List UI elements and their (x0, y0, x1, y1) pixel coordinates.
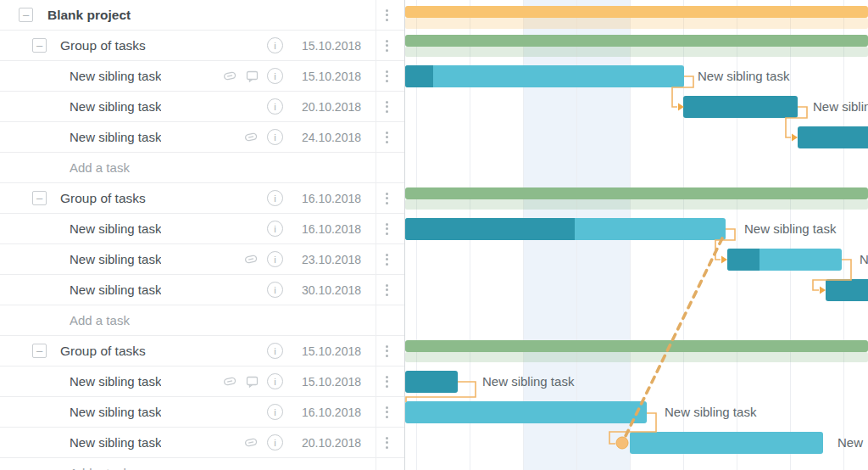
row-icons: i (202, 190, 283, 206)
info-icon[interactable]: i (267, 68, 283, 84)
row-icons: i (202, 221, 283, 237)
collapse-toggle-icon[interactable]: – (19, 8, 33, 22)
paperclip-icon[interactable] (244, 438, 259, 447)
task-row[interactable]: New sibling taski23.10.2018 (0, 244, 404, 275)
row-date: 24.10.2018 (287, 131, 361, 144)
paperclip-icon[interactable] (223, 71, 237, 81)
row-date: 16.10.2018 (287, 222, 361, 236)
task-bar-label: New sibling task (860, 252, 868, 267)
add-task-label[interactable]: Add a task (70, 313, 130, 327)
info-icon[interactable]: i (267, 373, 283, 389)
row-menu-icon[interactable] (386, 40, 388, 52)
row-menu-icon[interactable] (386, 223, 388, 235)
row-title: New sibling task (70, 99, 161, 114)
row-icons: i (202, 282, 283, 298)
row-title: New sibling task (70, 130, 161, 144)
collapse-toggle-icon[interactable]: – (32, 191, 47, 205)
row-menu-icon[interactable] (386, 70, 388, 82)
row-date: 20.10.2018 (287, 100, 361, 114)
row-menu-icon[interactable] (386, 131, 388, 143)
info-icon[interactable]: i (267, 282, 283, 298)
row-date: 16.10.2018 (287, 406, 361, 419)
row-icons: i (202, 37, 283, 53)
task-bar-label: New sibling task (813, 99, 868, 115)
row-menu-icon[interactable] (386, 284, 388, 296)
task-bar-label: New sibling task (698, 69, 789, 84)
add-task-label[interactable]: Add a task (70, 466, 130, 470)
group-row[interactable]: –Group of tasksi15.10.2018 (0, 336, 404, 366)
info-icon[interactable]: i (267, 251, 283, 267)
row-date: 15.10.2018 (287, 39, 361, 53)
row-title: New sibling task (70, 221, 161, 236)
info-icon[interactable]: i (267, 404, 283, 420)
task-bar-label: New sibling task (665, 405, 756, 420)
row-date: 15.10.2018 (287, 375, 361, 389)
task-row[interactable]: New sibling taski20.10.2018 (0, 92, 404, 122)
add-task-label[interactable]: Add a task (70, 160, 130, 175)
collapse-toggle-icon[interactable]: – (32, 344, 47, 358)
row-date: 23.10.2018 (287, 253, 361, 266)
comment-icon[interactable] (246, 376, 259, 388)
task-list-rows: –Blank project–Group of tasksi15.10.2018… (0, 0, 404, 470)
group-row[interactable]: –Group of tasksi15.10.2018 (0, 31, 404, 61)
row-title: Group of tasks (60, 191, 146, 206)
info-icon[interactable]: i (267, 98, 283, 115)
row-menu-icon[interactable] (386, 345, 388, 357)
info-icon[interactable]: i (267, 221, 283, 237)
gantt-app-window: –Blank project–Group of tasksi15.10.2018… (0, 0, 868, 470)
collapse-toggle-icon[interactable]: – (32, 38, 47, 53)
task-bar-label: New sibling task (482, 374, 574, 389)
add-task-row[interactable]: Add a task (0, 458, 404, 470)
row-title: Group of tasks (60, 344, 146, 359)
row-title: New sibling task (70, 283, 161, 297)
add-task-row[interactable]: Add a task (0, 153, 404, 183)
info-icon[interactable]: i (267, 190, 283, 206)
project-row[interactable]: –Blank project (0, 0, 404, 31)
row-title: New sibling task (70, 374, 161, 389)
task-row[interactable]: New sibling taski16.10.2018 (0, 397, 404, 428)
row-title: New sibling task (70, 252, 161, 266)
row-date: 15.10.2018 (287, 344, 361, 358)
paperclip-icon[interactable] (223, 377, 237, 386)
info-icon[interactable]: i (267, 37, 283, 53)
row-menu-icon[interactable] (386, 254, 388, 266)
task-row[interactable]: New sibling taski16.10.2018 (0, 214, 404, 244)
row-title: New sibling task (70, 435, 161, 450)
row-icons: i (202, 434, 283, 450)
info-icon[interactable]: i (267, 129, 283, 145)
row-title: New sibling task (70, 69, 161, 83)
comment-icon[interactable] (246, 70, 259, 82)
info-icon[interactable]: i (267, 343, 283, 359)
row-title: Group of tasks (60, 38, 146, 53)
task-bar-label: New sibling task (744, 221, 836, 237)
row-date: 15.10.2018 (287, 70, 361, 83)
info-icon[interactable]: i (267, 434, 283, 450)
task-row[interactable]: New sibling taski30.10.2018 (0, 275, 404, 305)
row-icons: i (202, 98, 283, 115)
task-row[interactable]: New sibling taski20.10.2018 (0, 428, 404, 458)
row-menu-icon[interactable] (386, 437, 388, 449)
row-menu-icon[interactable] (386, 406, 388, 418)
row-icons: i (202, 373, 283, 389)
task-row[interactable]: New sibling taski15.10.2018 (0, 366, 404, 397)
task-row[interactable]: New sibling taski24.10.2018 (0, 122, 404, 153)
row-title: Blank project (47, 8, 131, 23)
row-icons: i (202, 129, 283, 145)
task-list-panel: –Blank project–Group of tasksi15.10.2018… (0, 0, 405, 470)
task-bar-label: New (837, 435, 863, 450)
add-task-row[interactable]: Add a task (0, 305, 404, 336)
paperclip-icon[interactable] (244, 255, 259, 264)
row-title: New sibling task (70, 405, 161, 419)
gantt-chart-area: New sibling taskNew sibling taskNew sibl… (405, 0, 868, 470)
group-row[interactable]: –Group of tasksi16.10.2018 (0, 183, 404, 214)
row-icons: i (202, 343, 283, 359)
row-menu-icon[interactable] (386, 376, 388, 388)
row-date: 20.10.2018 (287, 436, 361, 450)
row-menu-icon[interactable] (386, 193, 388, 204)
row-menu-icon[interactable] (386, 101, 388, 113)
task-row[interactable]: New sibling taski15.10.2018 (0, 61, 404, 92)
paperclip-icon[interactable] (244, 132, 259, 142)
row-menu-icon[interactable] (386, 9, 388, 21)
actions-column-separator (376, 0, 376, 470)
row-icons: i (202, 404, 283, 420)
